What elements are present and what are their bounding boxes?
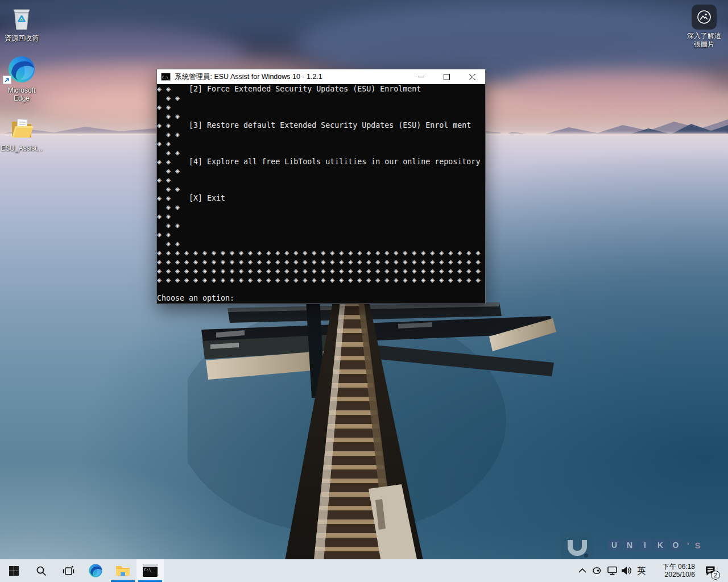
- search-button[interactable]: [27, 559, 55, 582]
- folder-icon: [0, 114, 43, 142]
- window-title: 系統管理員: ESU Assist for Windows 10 - 1.2.1: [175, 72, 408, 82]
- icon-label: 資源回收筒: [0, 34, 43, 42]
- console-line: ◈ ◈ [2] Force Extended Security Updates …: [157, 85, 485, 94]
- spotlight-learn-more[interactable]: 深入了解這 張圖片: [680, 5, 728, 49]
- console-line: Choose an option:: [157, 294, 485, 303]
- console-line: ◈ ◈: [157, 176, 485, 185]
- picture-info-icon[interactable]: [692, 5, 717, 30]
- taskbar-edge-button[interactable]: [82, 559, 109, 582]
- console-line: ◈ ◈: [157, 221, 485, 230]
- volume-icon[interactable]: [620, 559, 634, 582]
- desktop-icon-esu-assist[interactable]: ESU_Assist...: [0, 114, 43, 152]
- console-line: ◈ ◈: [157, 230, 485, 239]
- console-output[interactable]: ◈ ◈ [2] Force Extended Security Updates …: [157, 84, 485, 304]
- console-line: ◈ ◈: [157, 185, 485, 194]
- taskbar-clock[interactable]: 下午 06:18 2025/10/6: [650, 563, 697, 579]
- hidden-icons-chevron[interactable]: [576, 559, 589, 582]
- desktop-icon-microsoft-edge[interactable]: Microsoft Edge: [0, 56, 43, 102]
- file-explorer-icon: [115, 564, 130, 577]
- clock-date: 2025/10/6: [652, 571, 695, 579]
- minimize-button[interactable]: [408, 69, 434, 84]
- clock-time: 下午 06:18: [652, 563, 695, 571]
- console-line: ◈ ◈: [157, 203, 485, 212]
- taskbar: C:\_: [0, 559, 728, 582]
- desktop: 深入了解這 張圖片 資源回收筒: [0, 0, 728, 582]
- windows-logo-icon: [9, 566, 19, 576]
- chevron-up-icon: [578, 568, 586, 573]
- taskbar-command-prompt-button[interactable]: C:\_: [136, 559, 164, 582]
- recycle-bin-icon: [0, 3, 43, 32]
- cmd-icon: C:\_: [143, 564, 158, 577]
- console-line: ◈ ◈ [X] Exit: [157, 194, 485, 203]
- icon-label: ESU_Assist...: [0, 144, 43, 152]
- console-line: ◈ ◈: [157, 212, 485, 221]
- edge-icon: [88, 563, 103, 578]
- cmd-icon: C:\_: [161, 73, 171, 81]
- taskbar-file-explorer-button[interactable]: [109, 559, 136, 582]
- console-line: ◈ ◈ ◈ ◈ ◈ ◈ ◈ ◈ ◈ ◈ ◈ ◈ ◈ ◈ ◈ ◈ ◈ ◈ ◈ ◈ …: [157, 257, 485, 267]
- icon-label: Microsoft Edge: [0, 86, 43, 102]
- ime-language-indicator[interactable]: 英: [635, 566, 648, 576]
- system-tray: 英 下午 06:18 2025/10/6 2: [576, 559, 728, 582]
- console-line: ◈ ◈: [157, 103, 485, 112]
- console-line: ◈ ◈ ◈ ◈ ◈ ◈ ◈ ◈ ◈ ◈ ◈ ◈ ◈ ◈ ◈ ◈ ◈ ◈ ◈ ◈ …: [157, 276, 485, 285]
- console-line: ◈ ◈: [157, 130, 485, 139]
- console-line: ◈ ◈ [3] Restore default Extended Securit…: [157, 121, 485, 130]
- console-line: ◈ ◈ ◈ ◈ ◈ ◈ ◈ ◈ ◈ ◈ ◈ ◈ ◈ ◈ ◈ ◈ ◈ ◈ ◈ ◈ …: [157, 267, 485, 276]
- network-icon[interactable]: [605, 559, 619, 582]
- task-view-icon: [63, 566, 75, 576]
- console-line: [157, 285, 485, 294]
- spotlight-label: 深入了解這 張圖片: [680, 32, 728, 49]
- edge-icon: [0, 56, 43, 84]
- action-center-button[interactable]: 2: [698, 559, 721, 582]
- meet-now-icon[interactable]: [590, 559, 604, 582]
- console-line: ◈ ◈ [4] Explore all free LibTools utilit…: [157, 157, 485, 167]
- search-icon: [36, 566, 47, 576]
- console-line: ◈ ◈: [157, 139, 485, 148]
- console-window: C:\_ 系統管理員: ESU Assist for Windows 10 - …: [156, 69, 486, 304]
- console-titlebar[interactable]: C:\_ 系統管理員: ESU Assist for Windows 10 - …: [157, 69, 485, 84]
- notification-badge: 2: [711, 571, 720, 580]
- console-line: ◈ ◈: [157, 94, 485, 103]
- wooden-pier: [188, 296, 569, 582]
- console-line: ◈ ◈ ◈ ◈ ◈ ◈ ◈ ◈ ◈ ◈ ◈ ◈ ◈ ◈ ◈ ◈ ◈ ◈ ◈ ◈ …: [157, 248, 485, 257]
- start-button[interactable]: [0, 559, 27, 582]
- desktop-icon-recycle-bin[interactable]: 資源回收筒: [0, 3, 43, 42]
- console-line: ◈ ◈: [157, 239, 485, 248]
- console-line: ◈ ◈: [157, 112, 485, 121]
- console-line: ◈ ◈: [157, 167, 485, 176]
- task-view-button[interactable]: [55, 559, 82, 582]
- maximize-button[interactable]: [434, 69, 460, 84]
- close-button[interactable]: [460, 69, 485, 84]
- taskbar-empty-area: [164, 559, 576, 582]
- console-line: ◈ ◈: [157, 148, 485, 157]
